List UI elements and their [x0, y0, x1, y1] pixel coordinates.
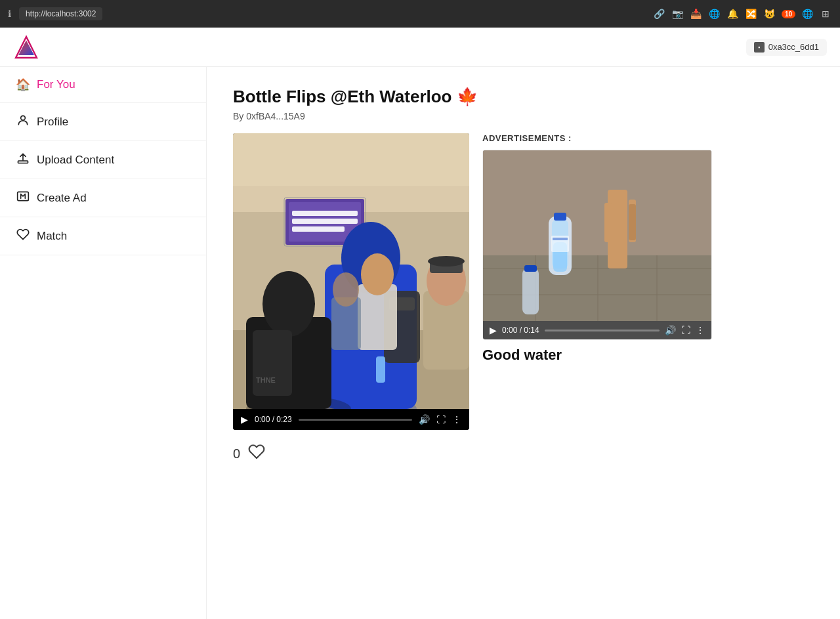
- sidebar: 🏠 For You Profile: [0, 67, 207, 619]
- svg-rect-50: [553, 238, 568, 240]
- svg-rect-11: [292, 211, 358, 216]
- sidebar-label-match: Match: [37, 230, 67, 243]
- like-button[interactable]: [248, 443, 265, 464]
- cat-icon[interactable]: 😺: [763, 7, 776, 20]
- ads-section: ADVERTISEMENTS :: [482, 133, 814, 366]
- wallet-icon: ▪: [754, 42, 765, 53]
- svg-rect-3: [18, 161, 28, 163]
- svg-point-33: [333, 272, 359, 307]
- browser-toolbar: 🔗 📷 📥 🌐 🔔 🔀 😺 10 🌐 ⊞: [653, 7, 832, 20]
- like-count: 0: [233, 446, 240, 461]
- logo[interactable]: [13, 34, 39, 60]
- more-button[interactable]: ⋮: [452, 414, 461, 425]
- ad-video-controls: ▶ 0:00 / 0:14 🔊 ⛶ ⋮: [483, 321, 711, 339]
- ad-video-svg: [483, 150, 711, 321]
- grid-icon[interactable]: ⊞: [819, 7, 832, 20]
- svg-rect-52: [524, 265, 537, 272]
- sidebar-item-match[interactable]: Match: [0, 217, 206, 255]
- svg-text:THNE: THNE: [256, 376, 276, 384]
- shield-icon[interactable]: 🔔: [726, 7, 740, 20]
- profile-icon: [16, 114, 30, 130]
- crowd-svg: THNE: [233, 133, 469, 409]
- svg-rect-13: [292, 226, 345, 232]
- camera-icon[interactable]: 📷: [671, 7, 684, 20]
- play-button[interactable]: ▶: [241, 414, 248, 425]
- browser-chrome: ℹ http://localhost:3002 🔗 📷 📥 🌐 🔔 🔀 😺 10…: [0, 0, 840, 28]
- svg-rect-20: [376, 356, 385, 383]
- sidebar-item-profile[interactable]: Profile: [0, 103, 206, 141]
- sidebar-item-upload[interactable]: Upload Content: [0, 141, 206, 179]
- ad-card: ▶ 0:00 / 0:14 🔊 ⛶ ⋮: [482, 150, 712, 340]
- svg-rect-24: [253, 330, 292, 396]
- network-icon[interactable]: 🌐: [801, 7, 814, 20]
- post-actions: 0: [233, 443, 814, 464]
- sidebar-label-profile: Profile: [37, 116, 68, 129]
- time-display: 0:00 / 0:23: [255, 415, 292, 424]
- ad-more-button[interactable]: ⋮: [696, 325, 705, 335]
- ads-label: ADVERTISEMENTS :: [482, 133, 814, 143]
- ad-volume-button[interactable]: 🔊: [665, 325, 676, 335]
- volume-button[interactable]: 🔊: [419, 414, 430, 425]
- content-area: Bottle Flips @Eth Waterloo 🍁 By 0xfBA4..…: [207, 67, 840, 619]
- sidebar-label-for-you: For You: [37, 78, 75, 91]
- ad-fullscreen-button[interactable]: ⛶: [681, 325, 690, 335]
- shuffle-icon[interactable]: 🔀: [745, 7, 758, 20]
- svg-rect-51: [522, 268, 539, 314]
- svg-point-31: [361, 253, 394, 295]
- sidebar-item-create-ad[interactable]: Create Ad: [0, 179, 206, 217]
- sidebar-label-create-ad: Create Ad: [37, 192, 87, 205]
- notification-badge: 10: [782, 10, 795, 18]
- ad-play-button[interactable]: ▶: [490, 325, 497, 335]
- globe-icon[interactable]: 🌐: [708, 7, 721, 20]
- svg-rect-35: [483, 255, 711, 321]
- svg-rect-44: [629, 204, 636, 240]
- sidebar-item-for-you[interactable]: 🏠 For You: [0, 67, 206, 103]
- post-author: By 0xfBA4...15A9: [233, 111, 814, 121]
- svg-point-29: [428, 256, 465, 267]
- match-icon: [16, 228, 30, 244]
- heart-icon: [248, 443, 265, 460]
- wallet-address: 0xa3cc_6dd1: [768, 42, 819, 52]
- home-icon: 🏠: [16, 77, 30, 92]
- ad-video-container[interactable]: [483, 150, 711, 321]
- link-icon[interactable]: 🔗: [653, 7, 666, 20]
- app-header: ▪ 0xa3cc_6dd1: [0, 28, 840, 67]
- main-layout: 🏠 For You Profile: [0, 67, 840, 619]
- svg-point-2: [21, 116, 26, 120]
- main-video-controls: ▶ 0:00 / 0:23 🔊 ⛶ ⋮: [233, 409, 469, 430]
- ad-icon: [16, 190, 30, 206]
- fullscreen-button[interactable]: ⛶: [436, 414, 446, 425]
- main-video[interactable]: THNE: [233, 133, 469, 430]
- app-container: ▪ 0xa3cc_6dd1 🏠 For You Profile: [0, 28, 840, 619]
- ad-title: Good water: [482, 340, 814, 366]
- main-video-thumbnail: THNE: [233, 133, 469, 409]
- info-icon: ℹ: [8, 9, 11, 19]
- post-body: THNE: [233, 133, 814, 430]
- wallet-badge[interactable]: ▪ 0xa3cc_6dd1: [746, 39, 827, 56]
- svg-point-23: [262, 271, 315, 337]
- inbox-icon[interactable]: 📥: [690, 7, 703, 20]
- ad-time-display: 0:00 / 0:14: [502, 326, 539, 335]
- ad-progress-bar[interactable]: [545, 330, 660, 331]
- svg-rect-12: [292, 219, 358, 224]
- upload-icon: [16, 152, 30, 168]
- url-bar[interactable]: http://localhost:3002: [19, 7, 102, 20]
- svg-rect-42: [604, 203, 612, 242]
- sidebar-label-upload: Upload Content: [37, 154, 114, 167]
- logo-svg: [13, 34, 39, 60]
- svg-rect-47: [554, 213, 566, 221]
- post-title: Bottle Flips @Eth Waterloo 🍁: [233, 87, 814, 107]
- progress-bar[interactable]: [299, 419, 412, 421]
